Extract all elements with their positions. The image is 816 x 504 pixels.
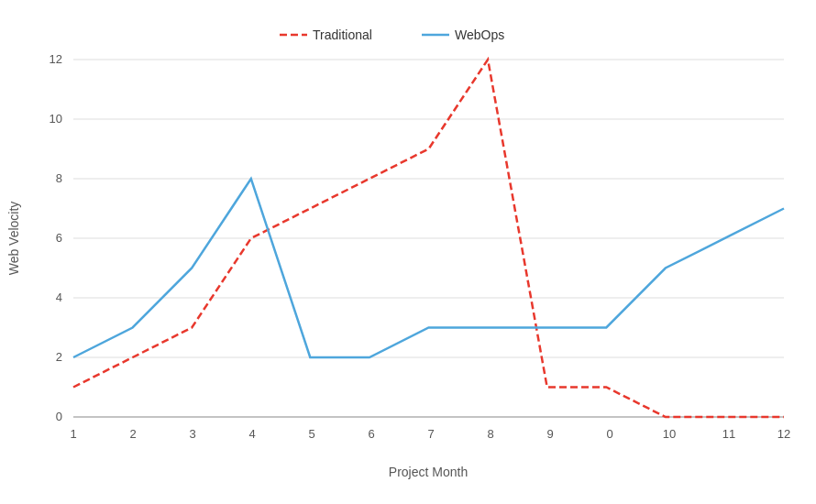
x-tick-6: 6 — [368, 427, 374, 441]
legend-traditional-label: Traditional — [313, 27, 372, 42]
y-tick-8: 8 — [56, 171, 62, 185]
y-tick-0: 0 — [56, 410, 62, 423]
y-tick-4: 4 — [56, 290, 62, 304]
x-tick-11: 11 — [722, 427, 735, 441]
x-axis-label: Project Month — [389, 465, 468, 479]
x-tick-10: 10 — [663, 427, 676, 441]
y-tick-6: 6 — [56, 231, 62, 245]
x-tick-3: 3 — [189, 427, 195, 441]
webops-line — [73, 179, 784, 357]
x-tick-8: 8 — [487, 427, 493, 441]
chart-container: .axis-label { font-family: Arial, sans-s… — [0, 0, 816, 504]
y-tick-10: 10 — [50, 112, 62, 126]
x-tick-1: 1 — [70, 427, 76, 441]
x-tick-9: 9 — [546, 427, 553, 441]
legend-webops-label: WebOps — [455, 27, 504, 42]
x-tick-2: 2 — [129, 427, 136, 441]
x-tick-5: 5 — [308, 427, 314, 441]
y-axis-label: Web Velocity — [6, 202, 21, 276]
x-tick-0: 0 — [606, 427, 612, 441]
x-tick-12: 12 — [777, 427, 790, 441]
x-tick-4: 4 — [248, 427, 255, 441]
x-tick-7: 7 — [427, 427, 434, 441]
y-tick-2: 2 — [56, 350, 62, 364]
y-tick-12: 12 — [50, 52, 62, 66]
